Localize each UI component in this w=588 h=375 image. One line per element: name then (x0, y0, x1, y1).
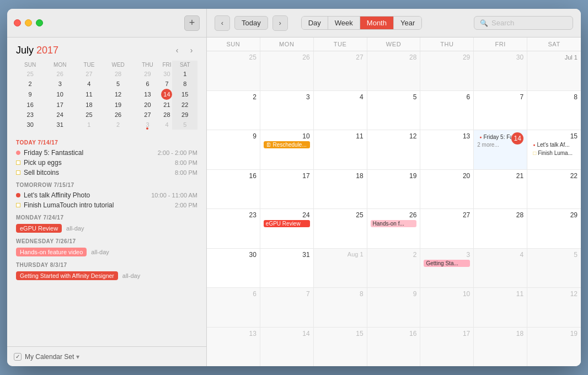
mini-cal-day[interactable]: 28 (161, 110, 172, 120)
cal-day[interactable]: 3 Getting Sta... (420, 249, 474, 288)
mini-cal-day[interactable]: 2 (103, 120, 134, 130)
mini-cal-day[interactable]: 29 (133, 69, 161, 79)
mini-cal-day[interactable]: 8 (172, 79, 197, 89)
mini-cal-today[interactable]: 14 (161, 89, 172, 100)
next-month-button[interactable]: › (272, 15, 288, 31)
cal-day[interactable]: 18 (314, 170, 367, 209)
mini-cal-day[interactable]: 7 (161, 79, 172, 89)
cal-day[interactable]: 14 (260, 328, 314, 367)
cal-day[interactable]: 4 (314, 91, 367, 130)
mini-cal-day[interactable]: 30 (16, 120, 44, 130)
mini-cal-day[interactable]: 26 (44, 69, 76, 79)
mini-cal-day[interactable]: 5 (172, 120, 197, 130)
cal-day[interactable]: 8 (527, 91, 581, 130)
cal-day[interactable]: 10 🗓 Reschedule... (260, 130, 314, 169)
cal-day[interactable]: 31 (260, 249, 314, 288)
mini-cal-day[interactable]: 13 (133, 89, 161, 100)
cal-day[interactable]: 17 (260, 170, 314, 209)
cal-day[interactable]: 8 (314, 288, 367, 327)
list-item[interactable]: Let's talk Affinity Photo 10:00 - 11:00 … (16, 191, 197, 199)
mini-cal-day[interactable]: 22 (172, 100, 197, 110)
cal-event[interactable]: Finish Luma... (531, 149, 578, 157)
cal-day[interactable]: 7 (474, 91, 527, 130)
calendar-set-checkbox[interactable]: ✓ (14, 353, 22, 361)
cal-event[interactable]: Let's talk Af... (531, 141, 578, 148)
cal-day[interactable]: 23 (207, 209, 260, 248)
mini-next-button[interactable]: › (185, 44, 197, 56)
cal-day[interactable]: 4 (474, 249, 527, 288)
month-view-button[interactable]: Month (360, 17, 394, 29)
cal-day[interactable]: 15 (314, 328, 367, 367)
list-item[interactable]: eGPU Review all-day (16, 224, 197, 233)
mini-cal-day[interactable]: 4 (161, 120, 172, 130)
list-item[interactable]: Pick up eggs 8:00 PM (16, 159, 197, 167)
mini-cal-day[interactable]: 10 (44, 89, 76, 100)
cal-event[interactable]: eGPU Review (264, 220, 310, 227)
mini-cal-day[interactable]: 31 (44, 120, 76, 130)
cal-day[interactable]: Jul 1 (527, 51, 581, 90)
cal-event[interactable]: Getting Sta... (424, 260, 470, 267)
mini-cal-day[interactable]: 18 (76, 100, 103, 110)
cal-day[interactable]: 28 (474, 209, 527, 248)
cal-day[interactable]: 13 (420, 130, 474, 169)
cal-day[interactable]: 22 (527, 170, 581, 209)
today-button[interactable]: Today (234, 16, 268, 30)
mini-cal-day[interactable]: 23 (16, 110, 44, 120)
cal-day[interactable]: 21 (474, 170, 527, 209)
close-button[interactable] (14, 19, 21, 26)
mini-cal-day[interactable]: 12 (103, 89, 134, 100)
mini-cal-day[interactable]: 25 (76, 110, 103, 120)
cal-day[interactable]: 12 (367, 130, 421, 169)
day-view-button[interactable]: Day (302, 17, 328, 29)
cal-day-today[interactable]: 14 Friday 5: Fa... 2 more... (474, 130, 527, 169)
cal-day[interactable]: 17 (420, 328, 474, 367)
cal-day[interactable]: 7 (260, 288, 314, 327)
add-event-button[interactable]: + (184, 15, 200, 31)
cal-day[interactable]: 16 (207, 170, 260, 209)
cal-day[interactable]: 11 (474, 288, 527, 327)
cal-day[interactable]: 27 (420, 209, 474, 248)
mini-cal-day[interactable]: 16 (16, 100, 44, 110)
cal-day[interactable]: 10 (420, 288, 474, 327)
cal-day[interactable]: 20 (420, 170, 474, 209)
mini-cal-day[interactable]: 25 (16, 69, 44, 79)
prev-month-button[interactable]: ‹ (215, 15, 230, 31)
cal-day[interactable]: 27 (314, 51, 367, 90)
cal-day[interactable]: 18 (474, 328, 527, 367)
cal-day[interactable]: 28 (367, 51, 421, 90)
cal-day[interactable]: 19 (367, 170, 421, 209)
cal-day[interactable]: 6 (207, 288, 260, 327)
cal-event[interactable]: 🗓 Reschedule... (264, 141, 310, 148)
cal-day[interactable]: 26 (260, 51, 314, 90)
mini-cal-day[interactable]: 17 (44, 100, 76, 110)
list-item[interactable]: Getting Started with Affinity Designer a… (16, 271, 197, 280)
mini-cal-day[interactable]: 9 (16, 89, 44, 100)
cal-day[interactable]: 30 (207, 249, 260, 288)
cal-day[interactable]: Aug 1 (314, 249, 367, 288)
cal-day[interactable]: 25 (314, 209, 367, 248)
mini-cal-day[interactable]: 20 (133, 100, 161, 110)
cal-day[interactable]: 5 (527, 249, 581, 288)
week-view-button[interactable]: Week (328, 17, 360, 29)
cal-day[interactable]: 16 (367, 328, 421, 367)
mini-cal-day[interactable]: 6 (133, 79, 161, 89)
mini-cal-day[interactable]: 2 (16, 79, 44, 89)
cal-day[interactable]: 15 Let's talk Af... Finish Luma... (527, 130, 581, 169)
cal-day[interactable]: 9 (207, 130, 260, 169)
mini-prev-button[interactable]: ‹ (171, 44, 183, 56)
cal-day[interactable]: 25 (207, 51, 260, 90)
mini-cal-day[interactable]: 30 (161, 69, 172, 79)
cal-day[interactable]: 2 (207, 91, 260, 130)
list-item[interactable]: Friday 5: Fantastical 2:00 - 2:00 PM (16, 149, 197, 157)
cal-day[interactable]: 26 Hands-on f... (367, 209, 421, 248)
cal-day[interactable]: 2 (367, 249, 421, 288)
maximize-button[interactable] (36, 19, 43, 26)
cal-day[interactable]: 29 (420, 51, 474, 90)
mini-cal-day[interactable]: 11 (76, 89, 103, 100)
cal-event[interactable]: Hands-on f... (371, 220, 417, 227)
cal-day[interactable]: 12 (527, 288, 581, 327)
cal-day[interactable]: 5 (367, 91, 421, 130)
mini-cal-day[interactable]: 3 (44, 79, 76, 89)
mini-cal-day[interactable]: 5 (103, 79, 134, 89)
mini-cal-day[interactable]: 1 (76, 120, 103, 130)
